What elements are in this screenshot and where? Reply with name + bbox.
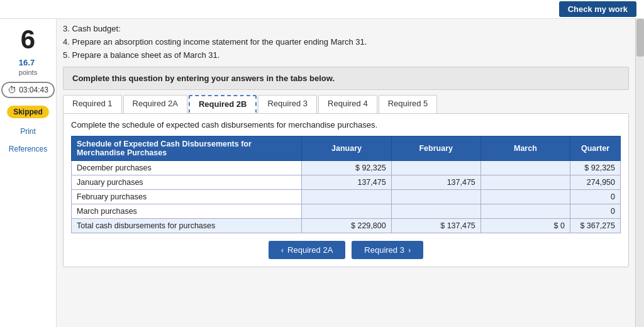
- question-line3: 3. Cash budget:: [63, 23, 629, 36]
- next-button[interactable]: Required 3 ›: [352, 241, 423, 259]
- february-january[interactable]: [302, 190, 391, 204]
- february-quarter: 0: [570, 190, 620, 204]
- timer-box: ⏱ 03:04:43: [1, 82, 55, 98]
- february-march[interactable]: [480, 190, 570, 204]
- march-february[interactable]: [391, 204, 480, 219]
- total-quarter: $ 367,275: [570, 219, 620, 233]
- top-bar: Check my work: [0, 0, 644, 19]
- tab-required2b[interactable]: Required 2B: [189, 95, 257, 113]
- tabs-row: Required 1 Required 2A Required 2B Requi…: [63, 95, 629, 113]
- tab-required4[interactable]: Required 4: [318, 95, 377, 113]
- total-label: Total cash disbursements for purchases: [72, 219, 302, 233]
- total-february: $ 137,475: [391, 219, 480, 233]
- skipped-badge: Skipped: [7, 106, 49, 118]
- schedule-table: Schedule of Expected Cash Disbursements …: [71, 136, 621, 233]
- march-march[interactable]: [480, 204, 570, 219]
- tab-required3[interactable]: Required 3: [258, 95, 317, 113]
- january-february: 137,475: [391, 175, 480, 190]
- march-january[interactable]: [302, 204, 391, 219]
- references-link[interactable]: References: [9, 145, 47, 153]
- input-december-mar[interactable]: [486, 164, 565, 172]
- check-my-work-button[interactable]: Check my work: [559, 1, 636, 17]
- timer-value: 03:04:43: [19, 86, 48, 94]
- row-label-february: February purchases: [72, 190, 302, 204]
- input-mar-feb[interactable]: [397, 207, 475, 216]
- main-layout: 6 16.7 points ⏱ 03:04:43 Skipped Print R…: [0, 19, 644, 327]
- question-text: 3. Cash budget: 4. Prepare an absorption…: [63, 23, 629, 62]
- table-row: March purchases 0: [72, 204, 621, 219]
- december-march[interactable]: [480, 161, 570, 175]
- december-quarter: $ 92,325: [570, 161, 620, 175]
- question-line5: 5. Prepare a balance sheet as of March 3…: [63, 49, 629, 62]
- table-title: Schedule of Expected Cash Disbursements …: [72, 136, 302, 161]
- december-february[interactable]: [391, 161, 480, 175]
- scrollbar-thumb[interactable]: [636, 19, 644, 57]
- table-row: December purchases $ 92,325 $ 92,325: [72, 161, 621, 175]
- next-arrow-icon: ›: [408, 245, 411, 255]
- tab-required1[interactable]: Required 1: [63, 95, 122, 113]
- col-january: January: [302, 136, 391, 161]
- main-content: 3. Cash budget: 4. Prepare an absorption…: [57, 19, 635, 327]
- points-value: 16.7: [19, 58, 35, 67]
- tab-required5[interactable]: Required 5: [379, 95, 438, 113]
- february-february[interactable]: [391, 190, 480, 204]
- points-label: points: [19, 69, 37, 76]
- total-march: $ 0: [480, 219, 570, 233]
- content-description: Complete the schedule of expected cash d…: [71, 120, 621, 130]
- table-row: January purchases 137,475 137,475 274,95…: [72, 175, 621, 190]
- march-quarter: 0: [570, 204, 620, 219]
- input-feb-jan[interactable]: [307, 192, 386, 201]
- input-feb-feb[interactable]: [397, 192, 475, 201]
- col-march: March: [480, 136, 570, 161]
- instruction-text: Complete this question by entering your …: [72, 74, 335, 83]
- row-label-january: January purchases: [72, 175, 302, 190]
- december-january: $ 92,325: [302, 161, 391, 175]
- prev-button-label: Required 2A: [287, 245, 333, 255]
- question-number: 6: [21, 26, 35, 53]
- input-mar-mar[interactable]: [486, 207, 565, 216]
- print-link[interactable]: Print: [20, 127, 36, 136]
- table-row: February purchases 0: [72, 190, 621, 204]
- january-quarter: 274,950: [570, 175, 620, 190]
- nav-buttons: ‹ Required 2A Required 3 ›: [71, 241, 621, 259]
- row-label-december: December purchases: [72, 161, 302, 175]
- prev-arrow-icon: ‹: [281, 245, 284, 255]
- row-label-march: March purchases: [72, 204, 302, 219]
- input-jan-mar[interactable]: [486, 178, 565, 187]
- instruction-box: Complete this question by entering your …: [63, 67, 629, 90]
- input-feb-mar[interactable]: [486, 192, 565, 201]
- timer-icon: ⏱: [8, 85, 16, 95]
- content-area: Complete the schedule of expected cash d…: [63, 113, 629, 267]
- points-block: 16.7 points: [19, 58, 37, 77]
- january-january: 137,475: [302, 175, 391, 190]
- prev-button[interactable]: ‹ Required 2A: [269, 241, 346, 259]
- col-february: February: [391, 136, 480, 161]
- question-line4: 4. Prepare an absorption costing income …: [63, 36, 629, 49]
- col-quarter: Quarter: [570, 136, 620, 161]
- total-january: $ 229,800: [302, 219, 391, 233]
- input-december-feb[interactable]: [397, 164, 475, 172]
- table-row-total: Total cash disbursements for purchases $…: [72, 219, 621, 233]
- scrollbar[interactable]: [635, 19, 644, 327]
- next-button-label: Required 3: [364, 245, 404, 255]
- january-march[interactable]: [480, 175, 570, 190]
- input-mar-jan[interactable]: [307, 207, 386, 216]
- sidebar: 6 16.7 points ⏱ 03:04:43 Skipped Print R…: [0, 19, 57, 327]
- tab-required2a[interactable]: Required 2A: [123, 95, 187, 113]
